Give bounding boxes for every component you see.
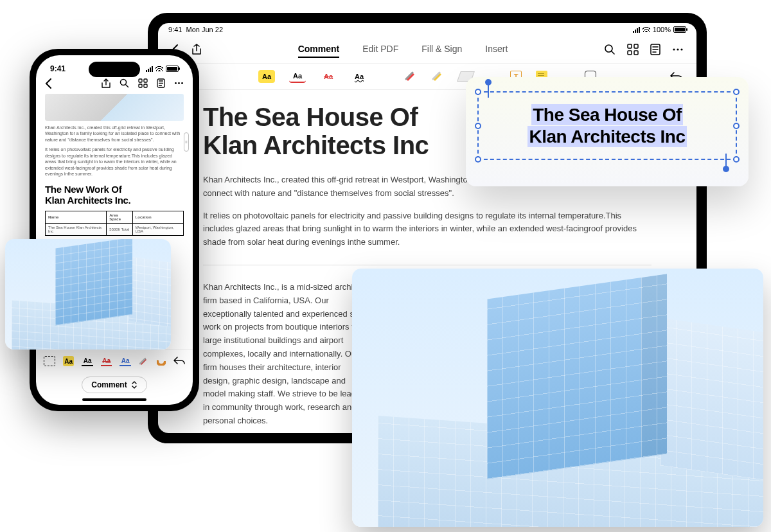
building-image-large <box>352 269 763 527</box>
view-settings-button[interactable] <box>650 44 660 55</box>
squiggly-tool[interactable]: Aa <box>120 356 131 366</box>
svg-rect-4 <box>634 51 638 55</box>
signal-icon <box>633 27 640 33</box>
share-button[interactable] <box>102 78 111 89</box>
selection-handle[interactable] <box>733 89 740 95</box>
document-image <box>45 94 184 121</box>
battery-percent: 100% <box>653 26 671 33</box>
strikethrough-tool[interactable]: Aa <box>101 356 112 366</box>
wifi-icon <box>155 64 163 73</box>
more-button[interactable] <box>672 44 684 55</box>
ipad-status-bar: 9:41 Mon Jun 22 100% <box>158 23 696 36</box>
document-paragraph: Khan Architects Inc., created this off-g… <box>45 125 184 143</box>
svg-point-7 <box>677 48 678 50</box>
iphone-annotation-toolbar: Aa Aa Aa Aa <box>36 349 193 373</box>
tab-edit-pdf[interactable]: Edit PDF <box>362 41 398 58</box>
svg-rect-1 <box>628 44 632 48</box>
svg-point-16 <box>178 82 180 84</box>
pen-tool[interactable] <box>139 356 149 366</box>
back-button[interactable] <box>45 78 53 89</box>
mode-selector[interactable]: Comment <box>82 377 146 393</box>
scroll-indicator[interactable]: ≡ <box>184 132 189 152</box>
squiggly-tool[interactable]: Aa <box>351 70 368 83</box>
share-button[interactable] <box>191 44 202 55</box>
svg-rect-2 <box>634 44 638 48</box>
iphone-screen: 9:41 ≡ Khan Architects Inc., created thi… <box>36 55 193 405</box>
selection-handle[interactable] <box>475 89 481 95</box>
iphone-mode-selector-area: Comment <box>36 373 193 398</box>
highlight-tool[interactable]: Aa <box>63 356 75 366</box>
search-button[interactable] <box>120 78 129 89</box>
selection-handle[interactable] <box>475 156 481 163</box>
tab-fill-sign[interactable]: Fill & Sign <box>421 41 462 58</box>
svg-rect-12 <box>139 84 142 87</box>
iphone-time: 9:41 <box>50 64 66 73</box>
text-selection-box[interactable]: The Sea House OfKlan Architects Inc <box>477 91 737 160</box>
selection-caret[interactable] <box>725 154 727 168</box>
thumbnails-button[interactable] <box>138 78 148 89</box>
battery-icon <box>166 66 179 72</box>
wifi-icon <box>642 26 650 33</box>
selection-handle[interactable] <box>475 123 481 129</box>
ipad-header: Comment Edit PDF Fill & Sign Insert <box>158 36 696 64</box>
svg-rect-10 <box>139 79 142 82</box>
document-paragraph: Khan Architects Inc., is a mid-sized arc… <box>203 281 370 428</box>
selected-text: The Sea House OfKlan Architects Inc <box>486 104 728 147</box>
svg-point-18 <box>157 357 165 365</box>
thumbnails-button[interactable] <box>627 44 639 55</box>
signal-icon <box>146 66 153 72</box>
document-paragraph: It relies on photovoltaic panels for ele… <box>45 146 184 177</box>
dynamic-island <box>89 62 140 77</box>
selection-tool[interactable] <box>44 356 55 366</box>
home-indicator[interactable] <box>82 398 146 401</box>
document-paragraph: It relies on photovoltaic panels for ele… <box>203 209 651 249</box>
more-button[interactable] <box>174 78 184 89</box>
undo-button[interactable] <box>173 357 185 366</box>
building-image-small <box>5 239 171 350</box>
mode-label: Comment <box>91 380 127 389</box>
document-table: NameArea SpaceLocation The Sea House Kla… <box>45 211 184 236</box>
battery-icon <box>673 26 686 33</box>
underline-tool[interactable]: Aa <box>82 356 93 366</box>
iphone-device-frame: 9:41 ≡ Khan Architects Inc., created thi… <box>30 49 199 411</box>
selection-caret[interactable] <box>488 84 489 98</box>
highlight-tool[interactable]: Aa <box>258 70 275 83</box>
selection-handle[interactable] <box>733 123 740 129</box>
view-settings-button[interactable] <box>157 78 165 89</box>
divider <box>203 265 651 265</box>
pen-red-tool[interactable] <box>405 70 418 83</box>
ipad-date: Mon Jun 22 <box>186 26 223 33</box>
chevron-updown-icon <box>131 381 137 389</box>
svg-point-0 <box>605 45 612 52</box>
tab-comment[interactable]: Comment <box>298 41 340 58</box>
svg-point-15 <box>175 82 177 84</box>
tab-insert[interactable]: Insert <box>485 41 508 58</box>
svg-point-9 <box>121 80 127 85</box>
underline-tool[interactable]: Aa <box>289 70 306 83</box>
color-orange-tool[interactable] <box>157 357 166 366</box>
selection-handle[interactable] <box>733 156 740 163</box>
svg-point-17 <box>181 82 183 84</box>
svg-rect-11 <box>144 79 147 82</box>
document-heading: The New Work OfKlan Architects Inc. <box>45 184 184 206</box>
search-button[interactable] <box>604 44 616 55</box>
svg-point-8 <box>680 48 682 50</box>
selection-preview-card: The Sea House OfKlan Architects Inc <box>466 77 749 186</box>
svg-rect-3 <box>628 51 632 55</box>
pen-yellow-tool[interactable] <box>432 70 445 83</box>
ipad-time: 9:41 <box>168 26 182 33</box>
svg-point-6 <box>673 48 675 50</box>
svg-rect-13 <box>144 84 147 87</box>
strikethrough-tool[interactable]: Aa <box>320 70 337 83</box>
